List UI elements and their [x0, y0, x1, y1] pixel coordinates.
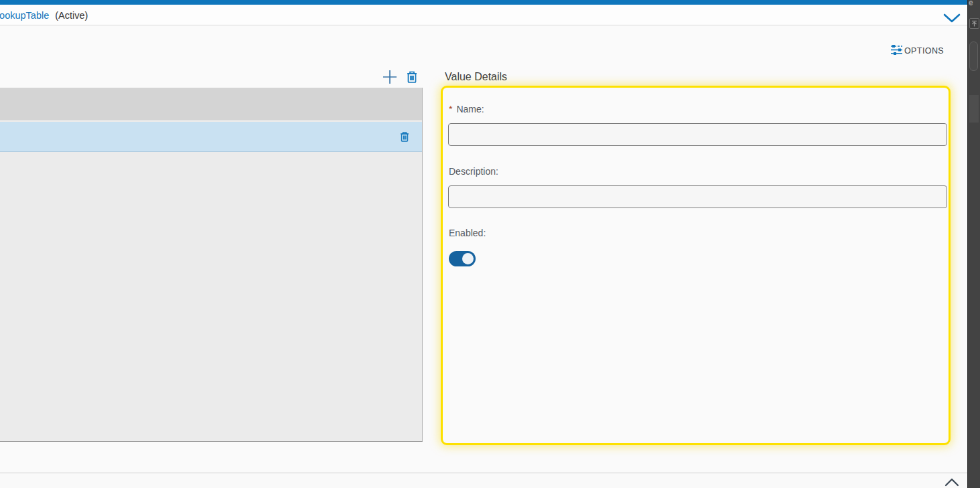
footer-area: [0, 473, 967, 488]
lookup-table-editor: LookupTable(Active) OPTIONS: [0, 0, 980, 488]
options-label: OPTIONS: [904, 46, 944, 56]
values-table: [0, 88, 423, 442]
options-button[interactable]: OPTIONS: [891, 44, 944, 58]
value-details-panel: *Name: Description: Enabled:: [441, 86, 951, 445]
values-table-header-row: [0, 88, 422, 121]
value-details-title: Value Details: [445, 71, 507, 83]
enabled-toggle[interactable]: [449, 251, 476, 266]
breadcrumb: LookupTable(Active): [0, 10, 88, 21]
clipped-text-fragment: e: [969, 0, 973, 7]
record-title-link[interactable]: LookupTable: [0, 10, 49, 21]
chevron-down-icon[interactable]: [942, 12, 962, 25]
record-status: (Active): [55, 10, 88, 21]
top-accent-bar: [0, 0, 967, 5]
chevron-up-icon[interactable]: [943, 477, 961, 488]
values-table-selected-row[interactable]: [0, 122, 422, 152]
sliders-icon: [891, 44, 903, 58]
name-field[interactable]: [448, 123, 947, 146]
side-panel-edge: e: [967, 0, 980, 488]
scrollbar-thumb[interactable]: [969, 42, 978, 71]
add-value-button[interactable]: [381, 68, 399, 86]
scrollbar-track-mark: [969, 95, 979, 123]
toggle-knob: [462, 253, 474, 264]
enabled-label: Enabled:: [449, 228, 486, 238]
row-trash-icon[interactable]: [399, 131, 411, 143]
delete-value-button[interactable]: [404, 69, 420, 85]
required-marker: *: [449, 104, 452, 114]
description-field[interactable]: [448, 185, 947, 208]
record-header: LookupTable(Active): [0, 5, 967, 25]
arrow-up-box-icon[interactable]: [969, 18, 979, 29]
description-label: Description:: [449, 166, 498, 177]
name-label: *Name:: [449, 104, 484, 114]
